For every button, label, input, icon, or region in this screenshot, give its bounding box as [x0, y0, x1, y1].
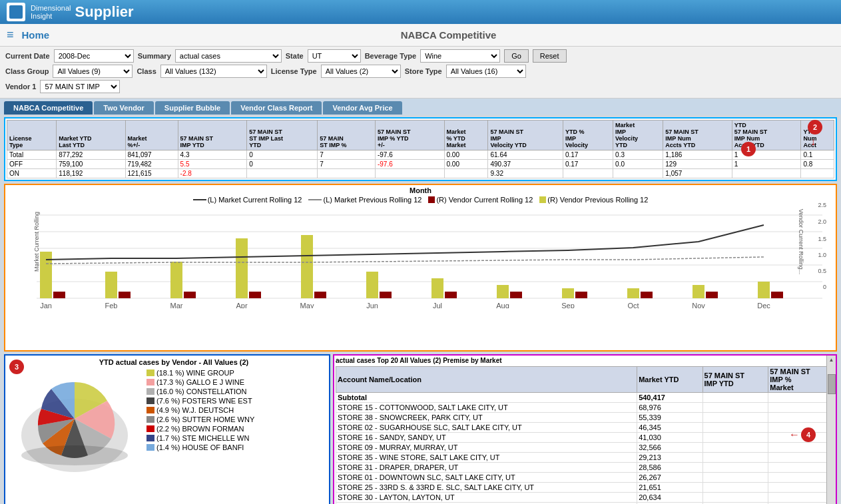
legend-color-sutter: [146, 416, 154, 423]
scrollbar-thumb[interactable]: [828, 374, 836, 394]
table-row: STORE 31 - DRAPER, DRAPER, UT 28,586: [336, 462, 834, 472]
y-right-tick-2: 2.0: [818, 218, 826, 225]
home-link[interactable]: Home: [22, 29, 50, 41]
legend-text: (1.4 %) HOUSE OF BANFI: [156, 443, 244, 451]
cell-pct: [768, 462, 834, 472]
x-label-dec: Dec: [757, 302, 770, 308]
cell-name: STORE 31 - DRAPER, DRAPER, UT: [336, 462, 637, 472]
scroll-up-arrow[interactable]: ▲: [829, 356, 834, 365]
cell-imp: [702, 442, 768, 452]
tab-vendor-class[interactable]: Vendor Class Report: [231, 101, 322, 115]
summary-select[interactable]: actual cases: [175, 49, 282, 63]
cell-val: 5.5: [178, 160, 247, 169]
annotation-2: 2: [808, 120, 822, 134]
legend-item-4: (R) Vendor Previous Rolling 12: [539, 196, 648, 204]
bar-feb-curr: [119, 292, 131, 298]
y-right-tick-4: 1.0: [818, 252, 826, 258]
go-button[interactable]: Go: [504, 49, 529, 63]
logo-inner: [9, 5, 23, 19]
cell-imp: [702, 472, 768, 482]
chart-legend: (L) Market Current Rolling 12 (L) Market…: [7, 196, 834, 204]
data-table: LicenseType Market YTDLast YTD Market%+/…: [7, 120, 834, 178]
col-imp-ytd-r: 57 MAIN STIMP YTD: [702, 366, 768, 392]
license-type-select[interactable]: All Values (2): [321, 65, 401, 78]
bar-nov-curr: [706, 292, 718, 298]
cell-val: 1,186: [663, 150, 732, 160]
legend-item-michelle: (1.7 %) STE MICHELLE WN: [146, 434, 254, 442]
legend-color-wine-group: [146, 370, 154, 376]
bar-oct-curr: [641, 292, 653, 298]
x-label-jul: Jul: [433, 302, 442, 308]
table-row: STORE 25 - 33RD S. & 33RD E. SLC, SALT L…: [336, 482, 834, 492]
tab-two-vendor[interactable]: Two Vendor: [94, 101, 154, 115]
bar-apr-prev: [236, 238, 248, 298]
cell-val: [801, 169, 834, 178]
state-select[interactable]: UT: [308, 49, 361, 63]
cell-imp: [702, 402, 768, 412]
right-table-section: actual cases Top 20 All Values (2) Premi…: [333, 354, 837, 505]
cell-val: 0.00: [444, 150, 488, 160]
cell-val: 0.17: [563, 160, 613, 169]
cell-pct: [768, 472, 834, 482]
legend-color-deutsch: [146, 407, 154, 413]
cell-pct: [768, 402, 834, 412]
table-row: Total 877,292 841,097 4.3 0 7 -97.6 0.00…: [7, 150, 834, 160]
tab-nabca-competitive[interactable]: NABCA Competitive: [4, 101, 93, 115]
class-group-label: Class Group: [5, 67, 49, 75]
cell-market: 21,651: [637, 482, 702, 492]
cell-name: STORE 09 - MURRAY, MURRAY, UT: [336, 442, 637, 452]
bar-jan-curr: [53, 292, 65, 298]
table-row: OFF 759,100 719,482 5.5 0 7 -97.6 0.00 4…: [7, 160, 834, 169]
store-type-label: Store Type: [405, 67, 442, 75]
bar-dec-curr: [771, 292, 783, 298]
class-select[interactable]: All Values (132): [160, 65, 267, 78]
legend-text: (1.7 %) STE MICHELLE WN: [156, 434, 249, 442]
col-market-ytd-r: Market YTD: [637, 366, 702, 392]
page-title: NABCA Competitive: [63, 29, 834, 41]
x-label-nov: Nov: [692, 302, 705, 308]
tab-vendor-avg[interactable]: Vendor Avg Price: [323, 101, 402, 115]
vendor1-select[interactable]: 57 MAIN ST IMP: [40, 80, 120, 93]
cell-val: 1,057: [663, 169, 732, 178]
cell-val: 61.64: [488, 150, 563, 160]
cell-type: ON: [7, 169, 57, 178]
tab-supplier-bubble[interactable]: Supplier Bubble: [155, 101, 230, 115]
state-label: State: [286, 52, 304, 60]
reset-button[interactable]: Reset: [533, 49, 567, 63]
cell-val: 0: [247, 160, 318, 169]
legend-item-constellation: (16.0 %) CONSTELLATION: [146, 387, 254, 395]
col-license-type: LicenseType: [7, 121, 57, 150]
license-type-label: License Type: [271, 67, 317, 75]
scrollbar-right[interactable]: ▲ ▼: [826, 356, 836, 505]
main-content: 1 2 ↓ LicenseType Market YTDLast YTD Mar…: [0, 115, 841, 504]
app-logo: [7, 3, 25, 21]
x-label-mar: Mar: [170, 302, 183, 308]
table-row: STORE 09 - MURRAY, MURRAY, UT 32,566: [336, 442, 834, 452]
filter-bar: Current Date 2008-Dec Summary actual cas…: [0, 47, 841, 99]
cell-val: 877,292: [57, 150, 125, 160]
store-type-select[interactable]: All Values (16): [446, 65, 526, 78]
bar-nov-prev: [693, 285, 704, 298]
bar-jan-prev: [40, 252, 52, 298]
hamburger-icon[interactable]: ≡: [7, 28, 14, 42]
beverage-type-select[interactable]: Wine: [420, 49, 500, 63]
cell-pct: [768, 482, 834, 492]
cell-val: 0.1: [801, 150, 834, 160]
current-date-select[interactable]: 2008-Dec: [54, 49, 134, 63]
cell-type: OFF: [7, 160, 57, 169]
legend-item-deutsch: (4.9 %) W.J. DEUTSCH: [146, 406, 254, 414]
legend-box-4: [539, 196, 546, 203]
table-row: STORE 16 - SANDY, SANDY, UT 41,030: [336, 432, 834, 442]
legend-color-banfi: [146, 444, 154, 451]
cell-val: 7: [318, 150, 376, 160]
class-label: Class: [137, 67, 156, 75]
class-group-select[interactable]: All Values (9): [53, 65, 133, 78]
col-imp-pct-r: 57 MAIN STIMP %Market: [768, 366, 834, 392]
cell-val: 0.00: [444, 160, 488, 169]
x-label-jun: Jun: [366, 302, 378, 308]
arrow-left-icon: ←: [789, 429, 800, 441]
table-row: STORE 15 - COTTONWOOD, SALT LAKE CITY, U…: [336, 402, 834, 412]
table-row: STORE 35 - WINE STORE, SALT LAKE CITY, U…: [336, 452, 834, 462]
legend-color-michelle: [146, 435, 154, 441]
cell-imp: [702, 452, 768, 462]
